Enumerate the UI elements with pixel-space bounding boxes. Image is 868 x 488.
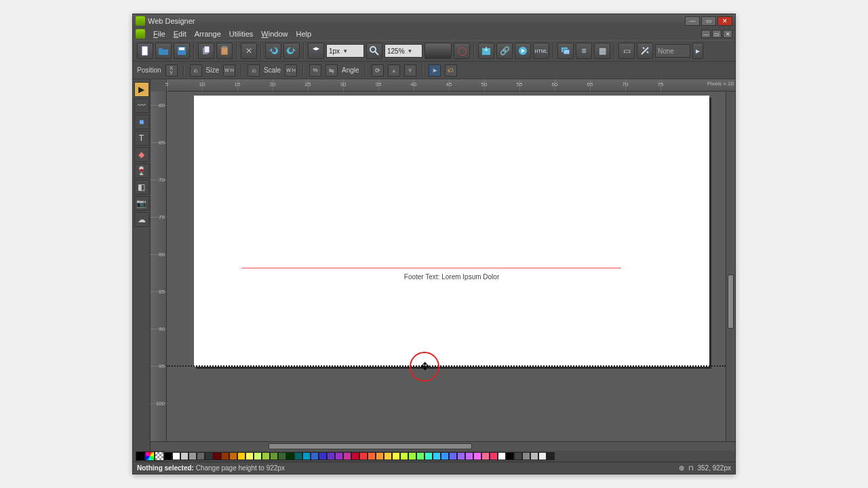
color-swatch[interactable] xyxy=(343,452,351,460)
rotate-icon[interactable]: ⟳ xyxy=(372,64,384,77)
transparency-tool-icon[interactable]: 🍷 xyxy=(134,163,149,178)
flip-v-icon[interactable]: ▼ xyxy=(404,64,416,77)
color-swatch[interactable] xyxy=(286,452,294,460)
color-swatch[interactable] xyxy=(254,452,262,460)
window-switch-icon[interactable] xyxy=(557,43,574,59)
html-icon[interactable]: HTML xyxy=(533,43,549,59)
stroke-width-combo[interactable]: 1px▼ xyxy=(326,44,364,58)
pointer-mode-icon[interactable]: ➤ xyxy=(429,64,441,77)
color-swatch[interactable] xyxy=(538,452,547,460)
link-icon[interactable]: 🔗 xyxy=(496,43,513,59)
ruler-horizontal[interactable]: 51015202530354045505560657075 Pixels × 1… xyxy=(151,79,735,92)
quality-slider-icon[interactable] xyxy=(425,43,452,59)
color-swatch[interactable] xyxy=(522,452,530,460)
aspect-wh-icon[interactable]: W H xyxy=(223,64,235,77)
color-swatch[interactable] xyxy=(205,452,213,460)
selector-tool-icon[interactable]: ▶ xyxy=(134,82,149,97)
color-swatch[interactable] xyxy=(189,452,197,460)
canvas-footer-text[interactable]: Footer Text: Lorem Ipsum Dolor xyxy=(194,273,709,281)
color-swatch[interactable] xyxy=(213,452,221,460)
lock-icon[interactable]: ⎌ xyxy=(190,64,202,77)
vertical-scrollbar[interactable] xyxy=(726,92,735,441)
color-swatch[interactable] xyxy=(221,452,229,460)
rectangle-tool-icon[interactable]: ■ xyxy=(134,115,149,129)
menu-help[interactable]: Help xyxy=(292,30,315,38)
color-swatch[interactable] xyxy=(262,452,270,460)
color-swatch[interactable] xyxy=(392,452,400,460)
color-picker-icon[interactable] xyxy=(145,451,155,461)
color-swatch[interactable] xyxy=(514,452,522,460)
color-swatch[interactable] xyxy=(441,452,449,460)
status-snap-icon[interactable]: ⊕ xyxy=(679,464,684,472)
snap-icon[interactable]: ◯ xyxy=(454,43,470,59)
color-swatch[interactable] xyxy=(351,452,359,460)
shadow-tool-icon[interactable]: ◧ xyxy=(134,180,149,195)
photo-tool-icon[interactable]: 📷 xyxy=(134,196,149,211)
grid-icon[interactable]: ▦ xyxy=(594,43,610,59)
zoom-icon[interactable] xyxy=(366,43,382,59)
color-swatch[interactable] xyxy=(506,452,514,460)
export-icon[interactable] xyxy=(478,43,494,59)
lock-scale-icon[interactable]: ⎌ xyxy=(248,64,260,77)
doc-restore-button[interactable]: ▭ xyxy=(712,30,722,38)
close-button[interactable]: ✕ xyxy=(717,16,732,26)
color-swatch[interactable] xyxy=(335,452,343,460)
color-swatch[interactable] xyxy=(376,452,384,460)
no-color-swatch[interactable] xyxy=(155,451,164,461)
redo-icon[interactable] xyxy=(283,43,300,59)
color-swatch[interactable] xyxy=(457,452,465,460)
eraser-tool-icon[interactable]: ☁ xyxy=(134,212,149,227)
color-swatch[interactable] xyxy=(547,452,555,460)
scale-wh-icon[interactable]: W H xyxy=(285,64,297,77)
open-file-icon[interactable] xyxy=(155,43,172,59)
copy-icon[interactable] xyxy=(198,43,214,59)
layers-icon[interactable] xyxy=(308,43,324,59)
titlebar[interactable]: Web Designer — ▭ ✕ xyxy=(133,14,735,28)
doc-minimize-button[interactable]: — xyxy=(701,30,711,38)
new-file-icon[interactable] xyxy=(137,43,153,59)
color-swatch[interactable] xyxy=(400,452,408,460)
names-combo[interactable]: None xyxy=(655,44,690,58)
color-swatch[interactable] xyxy=(311,452,319,460)
flip-h-icon[interactable]: ▲ xyxy=(388,64,400,77)
color-swatch[interactable] xyxy=(530,452,538,460)
color-swatch[interactable] xyxy=(481,452,490,460)
ruler-origin[interactable] xyxy=(151,79,167,92)
color-swatch[interactable] xyxy=(172,452,180,460)
color-swatch[interactable] xyxy=(197,452,205,460)
color-swatch[interactable] xyxy=(319,452,327,460)
viewport[interactable]: Footer Text: Lorem Ipsum Dolor ✥ xyxy=(167,92,726,441)
maximize-button[interactable]: ▭ xyxy=(701,16,716,26)
page-edge-drag-guide[interactable] xyxy=(167,365,726,367)
undo-icon[interactable] xyxy=(265,43,281,59)
doc-close-button[interactable]: ✕ xyxy=(723,30,732,38)
paste-icon[interactable] xyxy=(216,43,233,59)
zoom-combo[interactable]: 125%▼ xyxy=(384,44,422,58)
flip-icon[interactable]: ⇋ xyxy=(326,64,338,77)
color-swatch[interactable] xyxy=(416,452,425,460)
save-icon[interactable] xyxy=(174,43,190,59)
page-canvas[interactable]: Footer Text: Lorem Ipsum Dolor xyxy=(194,96,709,367)
color-swatch[interactable] xyxy=(327,452,335,460)
color-swatch[interactable] xyxy=(270,452,278,460)
color-swatch[interactable] xyxy=(425,452,433,460)
guide-line[interactable] xyxy=(241,268,621,268)
color-swatch[interactable] xyxy=(164,452,172,460)
color-swatch[interactable] xyxy=(384,452,392,460)
current-fill-swatch[interactable] xyxy=(136,451,145,461)
horizontal-scrollbar[interactable] xyxy=(167,441,726,451)
horizontal-scroll-thumb[interactable] xyxy=(269,443,472,449)
color-swatch[interactable] xyxy=(294,452,302,460)
text-tool-icon[interactable]: T xyxy=(134,131,149,146)
color-swatch[interactable] xyxy=(433,452,441,460)
color-swatch[interactable] xyxy=(449,452,457,460)
color-swatch[interactable] xyxy=(180,452,189,460)
align-top-icon[interactable]: ≡ xyxy=(576,43,592,59)
color-swatch[interactable] xyxy=(368,452,376,460)
tag-icon[interactable]: 🏷 xyxy=(445,64,457,77)
color-swatch[interactable] xyxy=(302,452,311,460)
status-magnet-icon[interactable]: ⊓ xyxy=(688,464,694,472)
color-swatch[interactable] xyxy=(359,452,368,460)
menu-edit[interactable]: Edit xyxy=(170,30,191,38)
color-swatch[interactable] xyxy=(278,452,286,460)
